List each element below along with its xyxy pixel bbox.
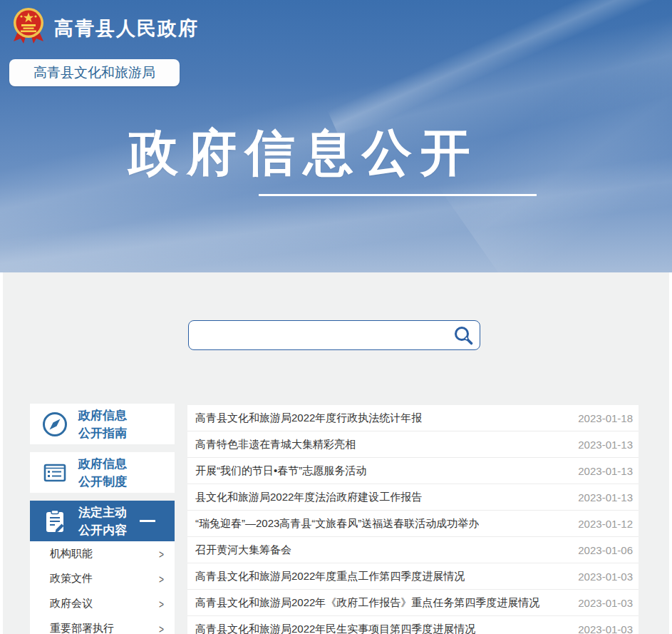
news-title: 县文化和旅游局2022年度法治政府建设工作报告 <box>195 491 422 504</box>
news-title: 召开黄河大集筹备会 <box>195 543 291 557</box>
sidebar-submenu: 机构职能 > 政策文件 > 政府会议 > 重要部署执行 > <box>30 541 175 634</box>
news-row[interactable]: 高青县文化和旅游局2022年《政府工作报告》重点任务第四季度进展情况 2023-… <box>187 590 639 616</box>
submenu-label: 政策文件 <box>50 572 93 586</box>
chevron-right-icon: > <box>159 547 164 561</box>
news-date: 2023-01-03 <box>578 571 633 583</box>
news-title: 高青县文化和旅游局2022年民生实事项目第四季度进展情况 <box>195 623 475 634</box>
news-title: 高青特色非遗在青城大集精彩亮相 <box>195 438 356 451</box>
sidebar-item-label: 政府信息 公开指南 <box>78 407 127 442</box>
news-row[interactable]: 召开黄河大集筹备会 2023-01-06 <box>187 537 639 563</box>
news-title: “瑞兔迎春”—2023高青县“文旅春风”送福送春联活动成功举办 <box>195 517 479 531</box>
clipboard-pencil-icon <box>41 508 68 535</box>
news-date: 2023-01-13 <box>578 491 633 503</box>
sidebar-item-label: 政府信息 公开制度 <box>78 455 127 491</box>
submenu-label: 机构职能 <box>50 547 93 561</box>
submenu-item-policy-documents[interactable]: 政策文件 > <box>30 566 175 591</box>
compass-icon <box>41 411 68 438</box>
submenu-label: 政府会议 <box>50 597 93 610</box>
news-row[interactable]: 高青特色非遗在青城大集精彩亮相 2023-01-13 <box>187 431 639 458</box>
submenu-item-gov-meetings[interactable]: 政府会议 > <box>30 591 175 616</box>
search-box <box>188 320 480 350</box>
news-row[interactable]: 高青县文化和旅游局2022年度行政执法统计年报 2023-01-18 <box>187 405 639 431</box>
page-title: 政府信息公开 <box>128 120 479 187</box>
submenu-item-org-functions[interactable]: 机构职能 > <box>30 541 175 566</box>
news-title: 高青县文化和旅游局2022年度重点工作第四季度进展情况 <box>195 570 465 583</box>
search-button[interactable] <box>453 324 480 347</box>
title-underline <box>259 194 537 196</box>
news-date: 2023-01-13 <box>578 439 633 451</box>
document-list-icon <box>41 459 68 486</box>
news-date: 2023-01-03 <box>578 597 633 609</box>
news-row[interactable]: 县文化和旅游局2022年度法治政府建设工作报告 2023-01-13 <box>187 484 639 511</box>
news-date: 2023-01-12 <box>578 518 633 530</box>
submenu-label: 重要部署执行 <box>50 622 114 634</box>
news-title: 高青县文化和旅游局2022年《政府工作报告》重点任务第四季度进展情况 <box>195 596 539 610</box>
chevron-right-icon: > <box>159 622 164 634</box>
news-row[interactable]: 高青县文化和旅游局2022年度重点工作第四季度进展情况 2023-01-03 <box>187 563 639 590</box>
sidebar-item-gov-info-system[interactable]: 政府信息 公开制度 <box>30 452 175 493</box>
banner: 高青县人民政府 高青县文化和旅游局 政府信息公开 <box>0 0 672 272</box>
search-input[interactable] <box>189 321 453 349</box>
chevron-right-icon: > <box>159 572 164 586</box>
bureau-button[interactable]: 高青县文化和旅游局 <box>9 59 180 86</box>
news-date: 2023-01-03 <box>578 623 633 634</box>
sidebar-item-gov-info-guide[interactable]: 政府信息 公开指南 <box>30 404 175 444</box>
site-header: 高青县人民政府 <box>11 6 199 46</box>
news-date: 2023-01-18 <box>578 412 633 424</box>
national-emblem-icon <box>11 6 46 46</box>
sidebar-item-label: 法定主动 公开内容 <box>78 503 127 539</box>
chevron-right-icon: > <box>159 597 164 611</box>
sidebar-item-statutory-disclosure[interactable]: 法定主动 公开内容 <box>30 501 175 541</box>
news-row[interactable]: 开展“我们的节日•春节”志愿服务活动 2023-01-13 <box>187 458 639 484</box>
sidebar: 政府信息 公开指南 政府信息 公开制度 法定主动 公开内容 <box>30 404 175 634</box>
news-row[interactable]: 高青县文化和旅游局2022年民生实事项目第四季度进展情况 2023-01-03 <box>187 616 639 634</box>
submenu-item-key-deployments[interactable]: 重要部署执行 > <box>30 616 175 634</box>
news-title: 高青县文化和旅游局2022年度行政执法统计年报 <box>195 411 422 425</box>
news-date: 2023-01-06 <box>578 544 633 556</box>
news-title: 开展“我们的节日•春节”志愿服务活动 <box>195 464 366 478</box>
collapse-indicator-icon[interactable] <box>140 520 155 522</box>
news-date: 2023-01-13 <box>578 465 633 477</box>
site-title: 高青县人民政府 <box>54 16 199 41</box>
news-row[interactable]: “瑞兔迎春”—2023高青县“文旅春风”送福送春联活动成功举办 2023-01-… <box>187 511 639 537</box>
news-list: 高青县文化和旅游局2022年度行政执法统计年报 2023-01-18 高青特色非… <box>187 405 639 634</box>
magnifier-icon <box>453 325 474 347</box>
